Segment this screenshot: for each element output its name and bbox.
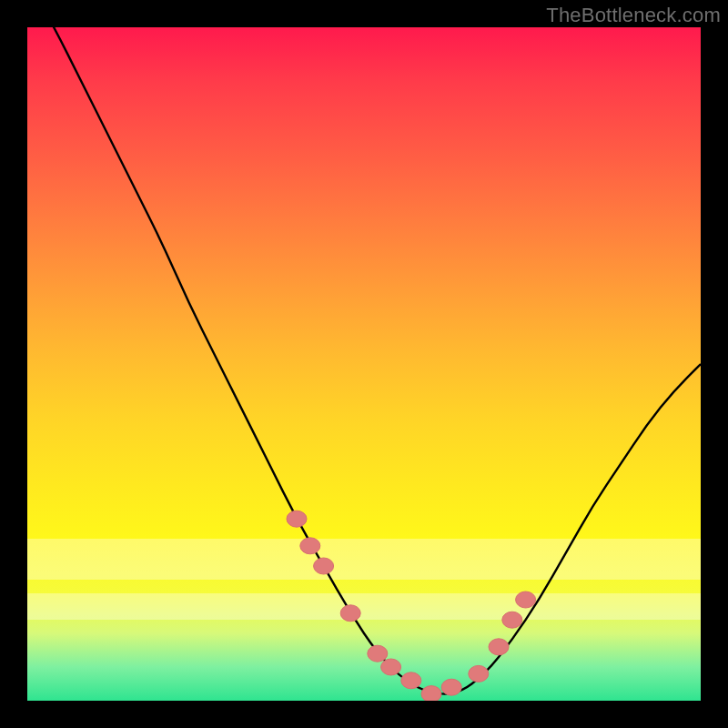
plot-area xyxy=(27,27,701,701)
bottleneck-curve xyxy=(27,27,701,694)
marker-point xyxy=(516,592,536,608)
marker-point xyxy=(469,665,489,682)
highlight-markers xyxy=(287,511,536,701)
marker-point xyxy=(314,558,334,574)
marker-point xyxy=(489,639,509,655)
marker-point xyxy=(287,511,307,527)
marker-point xyxy=(340,605,360,622)
marker-point xyxy=(502,612,522,628)
marker-point xyxy=(368,645,388,662)
bottleneck-curve-svg xyxy=(27,27,701,701)
watermark-text: TheBottleneck.com xyxy=(546,4,721,27)
chart-frame: TheBottleneck.com xyxy=(0,0,728,728)
marker-point xyxy=(401,672,421,689)
marker-point xyxy=(441,679,461,695)
marker-point xyxy=(381,659,401,675)
marker-point xyxy=(300,538,320,554)
marker-point xyxy=(421,686,441,701)
